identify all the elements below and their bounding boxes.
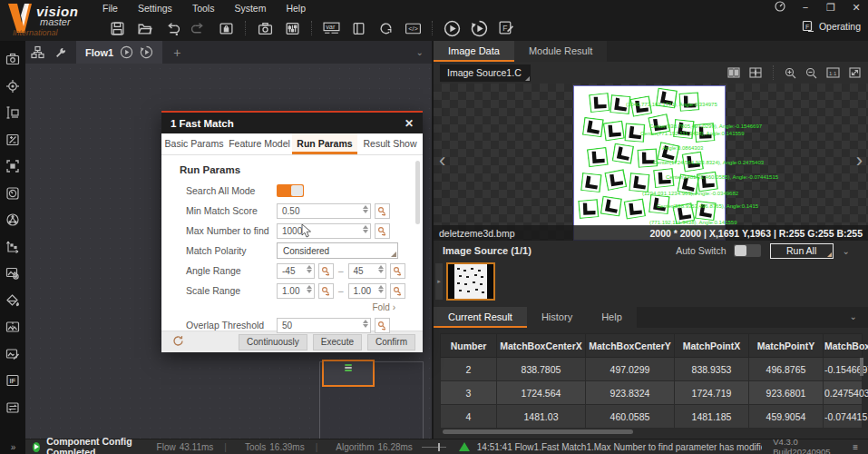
- prev-image-chevron[interactable]: ‹: [439, 149, 445, 173]
- save-button[interactable]: [107, 19, 127, 37]
- tab-run-params[interactable]: Run Params: [292, 133, 357, 154]
- undo-button[interactable]: [161, 19, 181, 37]
- if-logic-icon[interactable]: IF: [4, 371, 22, 390]
- menu-tools[interactable]: Tools: [192, 3, 215, 14]
- add-flow-button[interactable]: +: [173, 45, 180, 60]
- spinner-icon[interactable]: [307, 285, 312, 293]
- tab-module-result[interactable]: Module Result: [514, 41, 607, 62]
- flow-run-icon[interactable]: [120, 45, 133, 59]
- status-menu-icon[interactable]: ≡: [853, 442, 859, 452]
- flow-edit-button[interactable]: F: [496, 19, 516, 37]
- link-param-button[interactable]: [375, 318, 390, 333]
- locate-target-icon[interactable]: [4, 77, 22, 95]
- module-library-button[interactable]: [348, 19, 368, 37]
- status-message[interactable]: 14:51:41 Flow1.Fast Match1.Max Number to…: [477, 442, 763, 452]
- acquisition-camera-icon[interactable]: [4, 50, 22, 68]
- spinner-icon[interactable]: [378, 285, 384, 293]
- calibration-axes-icon[interactable]: [4, 238, 22, 256]
- dialog-scrollbar[interactable]: [415, 161, 420, 224]
- result-tabs-chevron-icon[interactable]: ⌄: [850, 307, 857, 328]
- execute-button[interactable]: Execute: [313, 334, 362, 350]
- image-process-icon[interactable]: [4, 264, 22, 282]
- run-once-button[interactable]: [469, 19, 489, 37]
- spinner-icon[interactable]: [363, 320, 368, 328]
- link-param-button[interactable]: [318, 283, 334, 299]
- scale-from-input[interactable]: 1.00: [277, 283, 315, 299]
- run-mode-dropdown[interactable]: Run All: [770, 243, 834, 259]
- image-thumbnail[interactable]: [446, 262, 495, 301]
- max-number-input[interactable]: 1000: [277, 223, 371, 239]
- search-all-mode-toggle[interactable]: [277, 184, 304, 197]
- image-source-tab[interactable]: Image Source1.C: [440, 64, 531, 82]
- match-polarity-dropdown[interactable]: Considered: [277, 242, 398, 259]
- minimize-button[interactable]: −: [799, 2, 812, 13]
- angle-from-input[interactable]: -45: [277, 263, 315, 279]
- image-compare-icon[interactable]: [4, 318, 22, 336]
- calculation-icon[interactable]: [4, 131, 22, 149]
- fold-link[interactable]: Fold ›: [161, 301, 423, 315]
- variable-button[interactable]: var: [321, 19, 341, 37]
- confirm-button[interactable]: Confirm: [367, 334, 415, 350]
- menu-file[interactable]: File: [102, 3, 118, 14]
- min-match-score-input[interactable]: 0.50: [277, 203, 371, 219]
- auto-switch-toggle[interactable]: [734, 244, 761, 257]
- actual-size-icon[interactable]: 1:1: [826, 67, 840, 78]
- col-matchboxcenterx[interactable]: MatchBoxCenterX: [497, 334, 586, 358]
- menu-settings[interactable]: Settings: [138, 3, 172, 14]
- status-zoom-slider[interactable]: [422, 447, 446, 448]
- flow-run-once-icon[interactable]: [140, 45, 153, 59]
- zoom-out-icon[interactable]: [805, 67, 817, 79]
- tab-help[interactable]: Help: [587, 307, 637, 328]
- dialog-header[interactable]: 1 Fast Match ✕: [161, 113, 423, 133]
- restore-button[interactable]: ❐: [824, 2, 837, 14]
- tab-result-show[interactable]: Result Show: [357, 133, 423, 154]
- col-matchboxangle[interactable]: MatchBoxAngle: [824, 334, 863, 358]
- dialog-close-button[interactable]: ✕: [405, 117, 414, 130]
- table-row[interactable]: 31724.564923.83241724.719923.68010.24754…: [441, 381, 863, 405]
- table-row[interactable]: 2838.7805497.0299838.9353496.8765-0.1546…: [441, 358, 863, 381]
- close-button[interactable]: ✕: [850, 2, 863, 14]
- table-row[interactable]: 41481.03460.05851481.185459.9054-0.07441…: [441, 405, 863, 429]
- spinner-icon[interactable]: [363, 225, 368, 233]
- zoom-in-icon[interactable]: [785, 67, 796, 79]
- menu-help[interactable]: Help: [286, 3, 306, 14]
- reset-icon[interactable]: [172, 334, 184, 350]
- tab-feature-model[interactable]: Feature Model: [227, 133, 292, 154]
- link-param-button[interactable]: [375, 203, 390, 219]
- spinner-icon[interactable]: [378, 265, 384, 273]
- link-param-button[interactable]: [390, 283, 405, 299]
- global-settings-button[interactable]: [282, 19, 302, 37]
- performance-icon[interactable]: [774, 1, 786, 14]
- tab-history[interactable]: History: [527, 307, 587, 328]
- continuously-button[interactable]: Continuously: [239, 334, 307, 350]
- run-button[interactable]: [442, 19, 462, 37]
- redo-button[interactable]: [189, 19, 209, 37]
- section-chevron-icon[interactable]: ⌄: [843, 246, 850, 256]
- data-transfer-icon[interactable]: [4, 399, 22, 417]
- overlap-threshold-input[interactable]: 50: [277, 318, 371, 333]
- fill-tool-icon[interactable]: [4, 291, 22, 310]
- col-matchboxcentery[interactable]: MatchBoxCenterY: [586, 334, 675, 358]
- wrench-icon[interactable]: [49, 41, 73, 64]
- compare-view-icon[interactable]: [727, 67, 740, 78]
- flow-tab[interactable]: Flow1: [76, 41, 162, 64]
- multi-view-icon[interactable]: [749, 67, 762, 78]
- image-viewer[interactable]: ‹ › (1040.773,163.1771), Angle:0.334975C…: [434, 84, 868, 241]
- lock-screen-button[interactable]: [216, 19, 236, 37]
- sidebar-collapse-button[interactable]: »: [0, 442, 25, 452]
- menu-system[interactable]: System: [234, 3, 266, 14]
- link-param-button[interactable]: [318, 263, 334, 279]
- sync-button[interactable]: [375, 19, 395, 37]
- col-matchpointy[interactable]: MatchPointY: [749, 334, 824, 358]
- recognition-frame-icon[interactable]: [4, 157, 22, 175]
- flow-header-chevron-icon[interactable]: ⌄: [416, 47, 424, 57]
- spinner-icon[interactable]: [363, 205, 368, 213]
- script-button[interactable]: </>: [403, 19, 423, 37]
- gauge-box-icon[interactable]: [4, 184, 22, 202]
- col-number[interactable]: Number: [441, 334, 497, 358]
- next-image-chevron[interactable]: ›: [856, 149, 863, 173]
- color-sphere-icon[interactable]: [4, 211, 22, 229]
- scale-to-input[interactable]: 1.00: [348, 283, 386, 299]
- operating-mode[interactable]: F Operating: [802, 20, 861, 33]
- thumbnail-handle[interactable]: ▸: [435, 263, 443, 300]
